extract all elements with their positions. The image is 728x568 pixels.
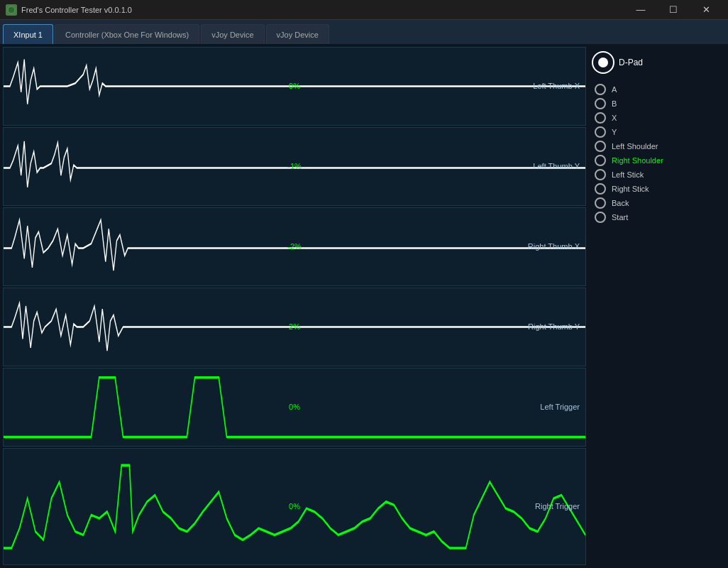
button-item-a: A [595, 84, 722, 95]
window-controls: — ☐ ✕ [624, 0, 722, 20]
dpad-indicator [592, 51, 614, 74]
dpad-section: D-Pad [592, 51, 722, 74]
close-button[interactable]: ✕ [690, 0, 722, 20]
right-panel: D-Pad A B X Y Left Shoulder [586, 44, 728, 568]
chart-left-thumb-y-label: Left Thumb Y [533, 162, 580, 170]
button-item-right-stick: Right Stick [595, 183, 722, 195]
btn-indicator-x [595, 112, 606, 124]
dpad-label: D-Pad [619, 58, 643, 67]
app-title: Fred's Controller Tester v0.0.1.0 [21, 6, 624, 14]
btn-label-b: B [612, 99, 617, 108]
btn-label-right-stick: Right Stick [612, 185, 649, 193]
app-icon [6, 4, 17, 16]
btn-indicator-left-stick [595, 169, 606, 180]
button-list: A B X Y Left Shoulder Right Shoulder [592, 84, 722, 223]
minimize-button[interactable]: — [624, 0, 657, 20]
btn-label-left-shoulder: Left Shoulder [612, 142, 658, 151]
btn-label-right-shoulder: Right Shoulder [612, 156, 663, 165]
btn-label-a: A [612, 85, 617, 94]
btn-indicator-start [595, 212, 606, 223]
chart-right-thumb-x-label: Right Thumb X [528, 242, 580, 251]
chart-right-trigger: 0% Right Trigger [3, 448, 586, 565]
button-item-start: Start [595, 212, 722, 223]
button-item-b: B [595, 98, 722, 109]
button-item-x: X [595, 112, 722, 124]
btn-indicator-right-shoulder [595, 155, 606, 166]
chart-left-trigger: 0% Left Trigger [3, 368, 586, 447]
tab-xbox[interactable]: Controller (Xbox One For Windows) [55, 24, 199, 44]
btn-indicator-y [595, 126, 606, 138]
tab-xinput1[interactable]: XInput 1 [3, 24, 53, 44]
chart-left-thumb-y: -1% Left Thumb Y [3, 127, 586, 206]
tab-bar: XInput 1 Controller (Xbox One For Window… [0, 20, 728, 44]
btn-label-start: Start [612, 213, 628, 222]
chart-right-thumb-x: -2% Right Thumb X [3, 207, 586, 286]
chart-left-trigger-label: Left Trigger [540, 403, 580, 411]
btn-indicator-a [595, 84, 606, 95]
chart-left-thumb-x-label: Left Thumb X [533, 82, 580, 90]
btn-label-back: Back [612, 199, 629, 207]
svg-point-0 [8, 6, 15, 13]
btn-label-y: Y [612, 128, 617, 136]
btn-indicator-right-stick [595, 183, 606, 195]
button-item-right-shoulder: Right Shoulder [595, 155, 722, 166]
btn-indicator-left-shoulder [595, 141, 606, 152]
tab-vjoy2[interactable]: vJoy Device [266, 24, 329, 44]
maximize-button[interactable]: ☐ [657, 0, 690, 20]
chart-right-thumb-y-label: Right Thumb Y [528, 322, 580, 331]
btn-label-x: X [612, 114, 617, 122]
chart-right-trigger-label: Right Trigger [535, 502, 580, 510]
charts-area: 0% Left Thumb X -1% Left Thumb Y -2% Rig… [0, 44, 586, 568]
dpad-inner [598, 58, 608, 67]
main-content: 0% Left Thumb X -1% Left Thumb Y -2% Rig… [0, 44, 728, 568]
btn-label-left-stick: Left Stick [612, 170, 644, 179]
button-item-left-shoulder: Left Shoulder [595, 141, 722, 152]
tab-vjoy1[interactable]: vJoy Device [201, 24, 264, 44]
button-item-y: Y [595, 126, 722, 138]
title-bar: Fred's Controller Tester v0.0.1.0 — ☐ ✕ [0, 0, 728, 20]
btn-indicator-back [595, 197, 606, 209]
button-item-left-stick: Left Stick [595, 169, 722, 180]
btn-indicator-b [595, 98, 606, 109]
chart-right-thumb-y: 2% Right Thumb Y [3, 288, 586, 366]
chart-left-thumb-x: 0% Left Thumb X [3, 47, 586, 126]
button-item-back: Back [595, 197, 722, 209]
